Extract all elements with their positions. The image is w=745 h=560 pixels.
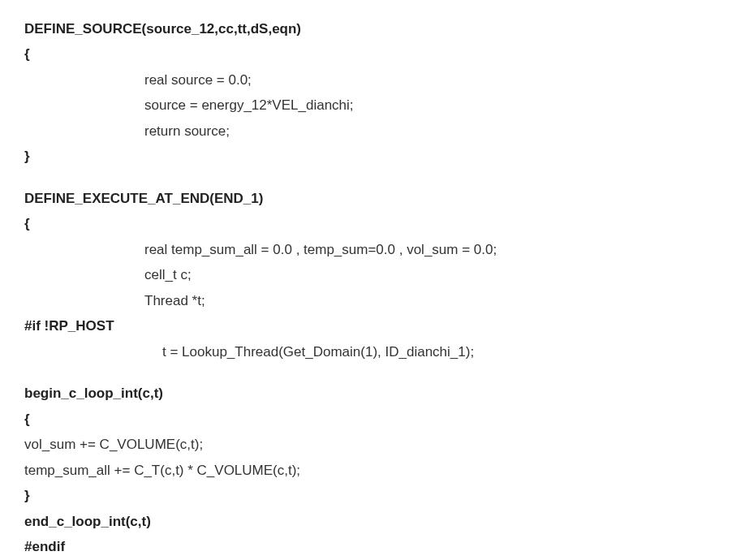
code-line: temp_sum_all += C_T(c,t) * C_VOLUME(c,t)…: [24, 458, 721, 483]
code-line-brace-open: {: [24, 41, 721, 67]
code-line-brace-open: {: [24, 407, 721, 432]
code-line-brace-close: }: [24, 483, 721, 508]
code-line-macro: DEFINE_SOURCE(source_12,cc,tt,dS,eqn): [24, 16, 721, 41]
code-line: return source;: [24, 118, 721, 144]
code-line: real source = 0.0;: [24, 67, 721, 93]
code-line-brace-close: }: [24, 144, 721, 169]
blank-line: [24, 170, 721, 186]
code-line: source = energy_12*VEL_dianchi;: [24, 93, 721, 118]
code-line: cell_t c;: [24, 262, 721, 287]
code-line: t = Lookup_Thread(Get_Domain(1), ID_dian…: [24, 339, 721, 364]
blank-line: [24, 364, 721, 381]
code-line-macro: begin_c_loop_int(c,t): [24, 381, 721, 406]
code-line-preproc: #endif: [24, 534, 721, 559]
code-line-macro: end_c_loop_int(c,t): [24, 509, 721, 534]
code-line: real temp_sum_all = 0.0 , temp_sum=0.0 ,…: [24, 237, 721, 262]
code-line-macro: DEFINE_EXECUTE_AT_END(END_1): [24, 186, 721, 211]
code-line-brace-open: {: [24, 211, 721, 236]
code-line: Thread *t;: [24, 288, 721, 313]
code-line: vol_sum += C_VOLUME(c,t);: [24, 432, 721, 457]
code-line-preproc: #if !RP_HOST: [24, 313, 721, 338]
